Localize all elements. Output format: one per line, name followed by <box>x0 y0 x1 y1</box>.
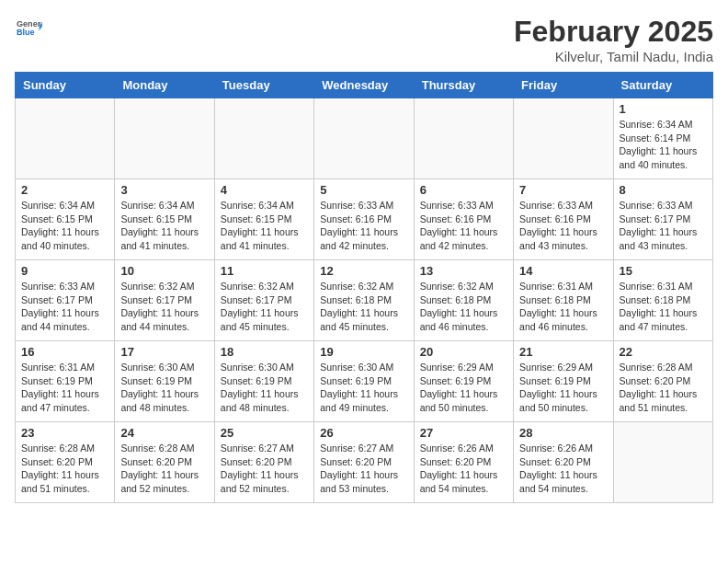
day-info: Sunrise: 6:31 AM Sunset: 6:19 PM Dayligh… <box>21 361 108 415</box>
day-info: Sunrise: 6:34 AM Sunset: 6:15 PM Dayligh… <box>120 199 208 253</box>
calendar-day-cell <box>314 98 414 179</box>
calendar-day-cell: 12Sunrise: 6:32 AM Sunset: 6:18 PM Dayli… <box>314 260 414 341</box>
weekday-header-row: SundayMondayTuesdayWednesdayThursdayFrid… <box>16 73 713 98</box>
calendar-day-cell: 15Sunrise: 6:31 AM Sunset: 6:18 PM Dayli… <box>613 260 712 341</box>
logo: General Blue <box>15 15 42 44</box>
day-info: Sunrise: 6:33 AM Sunset: 6:17 PM Dayligh… <box>620 199 707 253</box>
calendar-day-cell: 26Sunrise: 6:27 AM Sunset: 6:20 PM Dayli… <box>314 422 414 503</box>
weekday-header-cell: Thursday <box>414 73 513 98</box>
day-info: Sunrise: 6:33 AM Sunset: 6:16 PM Dayligh… <box>519 199 607 253</box>
calendar-day-cell: 1Sunrise: 6:34 AM Sunset: 6:14 PM Daylig… <box>613 98 712 179</box>
calendar-day-cell: 6Sunrise: 6:33 AM Sunset: 6:16 PM Daylig… <box>414 179 513 260</box>
day-info: Sunrise: 6:34 AM Sunset: 6:14 PM Dayligh… <box>620 118 707 172</box>
calendar-week-row: 1Sunrise: 6:34 AM Sunset: 6:14 PM Daylig… <box>16 98 713 179</box>
day-number: 28 <box>519 426 607 440</box>
calendar-day-cell: 16Sunrise: 6:31 AM Sunset: 6:19 PM Dayli… <box>16 341 115 422</box>
day-number: 7 <box>519 183 607 197</box>
day-info: Sunrise: 6:34 AM Sunset: 6:15 PM Dayligh… <box>221 199 308 253</box>
calendar-day-cell: 10Sunrise: 6:32 AM Sunset: 6:17 PM Dayli… <box>115 260 214 341</box>
day-info: Sunrise: 6:27 AM Sunset: 6:20 PM Dayligh… <box>320 442 407 496</box>
weekday-header-cell: Friday <box>514 73 613 98</box>
day-info: Sunrise: 6:31 AM Sunset: 6:18 PM Dayligh… <box>519 280 607 334</box>
day-info: Sunrise: 6:32 AM Sunset: 6:18 PM Dayligh… <box>420 280 507 334</box>
calendar-day-cell: 28Sunrise: 6:26 AM Sunset: 6:20 PM Dayli… <box>514 422 613 503</box>
calendar-day-cell: 4Sunrise: 6:34 AM Sunset: 6:15 PM Daylig… <box>214 179 313 260</box>
title-block: February 2025 Kilvelur, Tamil Nadu, Indi… <box>514 15 713 64</box>
calendar-week-row: 23Sunrise: 6:28 AM Sunset: 6:20 PM Dayli… <box>16 422 713 503</box>
day-number: 11 <box>221 264 308 278</box>
calendar-day-cell: 9Sunrise: 6:33 AM Sunset: 6:17 PM Daylig… <box>16 260 115 341</box>
day-number: 17 <box>120 345 208 359</box>
day-info: Sunrise: 6:31 AM Sunset: 6:18 PM Dayligh… <box>620 280 707 334</box>
day-number: 25 <box>221 426 308 440</box>
day-number: 3 <box>120 183 208 197</box>
day-info: Sunrise: 6:33 AM Sunset: 6:17 PM Dayligh… <box>21 280 108 334</box>
calendar-week-row: 16Sunrise: 6:31 AM Sunset: 6:19 PM Dayli… <box>16 341 713 422</box>
page-header: General Blue February 2025 Kilvelur, Tam… <box>15 15 713 64</box>
day-number: 20 <box>420 345 507 359</box>
calendar-day-cell: 22Sunrise: 6:28 AM Sunset: 6:20 PM Dayli… <box>613 341 712 422</box>
calendar-day-cell: 21Sunrise: 6:29 AM Sunset: 6:19 PM Dayli… <box>514 341 613 422</box>
day-info: Sunrise: 6:28 AM Sunset: 6:20 PM Dayligh… <box>120 442 208 496</box>
weekday-header-cell: Monday <box>115 73 214 98</box>
day-info: Sunrise: 6:28 AM Sunset: 6:20 PM Dayligh… <box>620 361 707 415</box>
calendar-day-cell: 5Sunrise: 6:33 AM Sunset: 6:16 PM Daylig… <box>314 179 414 260</box>
day-number: 1 <box>620 102 707 116</box>
calendar-day-cell <box>214 98 313 179</box>
day-number: 15 <box>620 264 707 278</box>
day-info: Sunrise: 6:26 AM Sunset: 6:20 PM Dayligh… <box>420 442 507 496</box>
day-number: 21 <box>519 345 607 359</box>
day-info: Sunrise: 6:26 AM Sunset: 6:20 PM Dayligh… <box>519 442 607 496</box>
day-number: 2 <box>21 183 108 197</box>
day-info: Sunrise: 6:30 AM Sunset: 6:19 PM Dayligh… <box>120 361 208 415</box>
day-number: 18 <box>221 345 308 359</box>
calendar-day-cell: 24Sunrise: 6:28 AM Sunset: 6:20 PM Dayli… <box>115 422 214 503</box>
weekday-header-cell: Sunday <box>16 73 115 98</box>
day-info: Sunrise: 6:33 AM Sunset: 6:16 PM Dayligh… <box>420 199 507 253</box>
day-info: Sunrise: 6:32 AM Sunset: 6:17 PM Dayligh… <box>221 280 308 334</box>
day-info: Sunrise: 6:29 AM Sunset: 6:19 PM Dayligh… <box>519 361 607 415</box>
day-number: 27 <box>420 426 507 440</box>
day-number: 9 <box>21 264 108 278</box>
month-title: February 2025 <box>514 15 713 49</box>
day-number: 6 <box>420 183 507 197</box>
day-number: 8 <box>620 183 707 197</box>
calendar-day-cell <box>414 98 513 179</box>
calendar-day-cell: 17Sunrise: 6:30 AM Sunset: 6:19 PM Dayli… <box>115 341 214 422</box>
calendar-day-cell: 7Sunrise: 6:33 AM Sunset: 6:16 PM Daylig… <box>514 179 613 260</box>
day-info: Sunrise: 6:28 AM Sunset: 6:20 PM Dayligh… <box>21 442 108 496</box>
day-number: 24 <box>120 426 208 440</box>
day-number: 4 <box>221 183 308 197</box>
calendar-day-cell: 23Sunrise: 6:28 AM Sunset: 6:20 PM Dayli… <box>16 422 115 503</box>
day-info: Sunrise: 6:27 AM Sunset: 6:20 PM Dayligh… <box>221 442 308 496</box>
calendar-table: SundayMondayTuesdayWednesdayThursdayFrid… <box>15 72 713 503</box>
calendar-day-cell <box>115 98 214 179</box>
calendar-day-cell: 13Sunrise: 6:32 AM Sunset: 6:18 PM Dayli… <box>414 260 513 341</box>
day-info: Sunrise: 6:34 AM Sunset: 6:15 PM Dayligh… <box>21 199 108 253</box>
calendar-day-cell <box>613 422 712 503</box>
day-number: 13 <box>420 264 507 278</box>
calendar-day-cell: 25Sunrise: 6:27 AM Sunset: 6:20 PM Dayli… <box>214 422 313 503</box>
logo-icon: General Blue <box>17 15 42 40</box>
calendar-day-cell: 19Sunrise: 6:30 AM Sunset: 6:19 PM Dayli… <box>314 341 414 422</box>
calendar-week-row: 9Sunrise: 6:33 AM Sunset: 6:17 PM Daylig… <box>16 260 713 341</box>
day-info: Sunrise: 6:29 AM Sunset: 6:19 PM Dayligh… <box>420 361 507 415</box>
day-info: Sunrise: 6:30 AM Sunset: 6:19 PM Dayligh… <box>221 361 308 415</box>
day-number: 5 <box>320 183 407 197</box>
calendar-day-cell: 18Sunrise: 6:30 AM Sunset: 6:19 PM Dayli… <box>214 341 313 422</box>
svg-text:Blue: Blue <box>17 28 35 37</box>
calendar-week-row: 2Sunrise: 6:34 AM Sunset: 6:15 PM Daylig… <box>16 179 713 260</box>
day-info: Sunrise: 6:30 AM Sunset: 6:19 PM Dayligh… <box>320 361 407 415</box>
day-number: 14 <box>519 264 607 278</box>
day-number: 12 <box>320 264 407 278</box>
weekday-header-cell: Saturday <box>613 73 712 98</box>
day-number: 22 <box>620 345 707 359</box>
location: Kilvelur, Tamil Nadu, India <box>514 49 713 64</box>
calendar-day-cell <box>16 98 115 179</box>
day-number: 26 <box>320 426 407 440</box>
calendar-day-cell: 2Sunrise: 6:34 AM Sunset: 6:15 PM Daylig… <box>16 179 115 260</box>
weekday-header-cell: Wednesday <box>314 73 414 98</box>
calendar-body: 1Sunrise: 6:34 AM Sunset: 6:14 PM Daylig… <box>16 98 713 503</box>
day-info: Sunrise: 6:32 AM Sunset: 6:17 PM Dayligh… <box>120 280 208 334</box>
day-info: Sunrise: 6:32 AM Sunset: 6:18 PM Dayligh… <box>320 280 407 334</box>
